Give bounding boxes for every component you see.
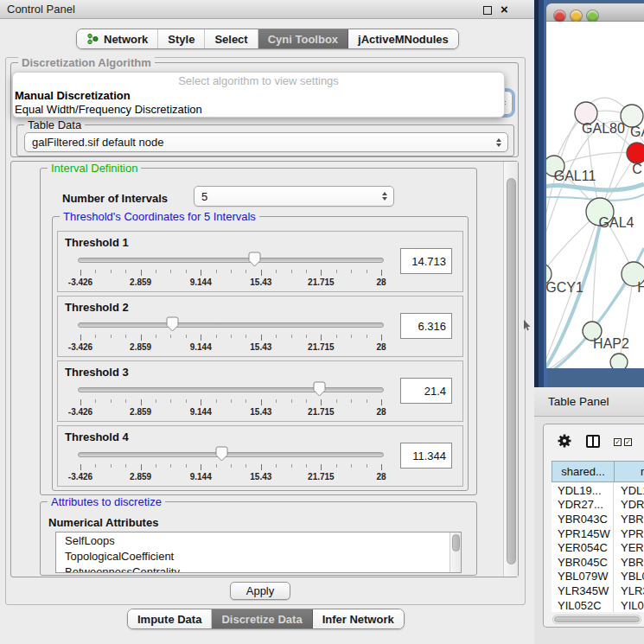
tab-label: Impute Data [137,613,201,626]
network-window-titlebar[interactable] [546,3,644,22]
attribute-item-selfloops[interactable]: SelfLoops [56,532,461,548]
number-of-intervals-select[interactable]: 5 [194,186,394,207]
tab-cyni-toolbox[interactable]: Cyni Toolbox [258,29,348,48]
attribute-item-topologicalcoefficient[interactable]: TopologicalCoefficient [56,548,461,564]
main-scrollbar[interactable] [503,162,518,577]
tab-impute-data[interactable]: Impute Data [128,609,211,628]
slider-track[interactable] [78,258,384,263]
slider-thumb[interactable] [215,446,228,464]
close-icon[interactable]: × [501,2,508,16]
attributes-scrollbar[interactable] [450,532,461,572]
tab-label: Discretize Data [221,613,302,626]
mac-zoom-icon[interactable] [587,10,598,22]
tick [186,335,187,338]
dropdown-hint: Select algorithm to view settings [13,74,504,89]
tick [336,270,337,273]
cell-shared-name: YIL052C [552,599,614,612]
tab-select[interactable]: Select [204,29,257,48]
table-row-ydr27-[interactable]: YDR27...YDR2 [552,498,644,513]
threshold-value-field[interactable]: 21.4 [400,378,452,404]
tick [306,399,307,403]
main-scrollbar-thumb[interactable] [507,178,516,564]
tick [95,270,96,273]
cell-shared-name: YDL19... [552,484,614,497]
threshold-panel-4: Threshold 4-3.4262.8599.14415.4321.71528… [57,425,463,487]
table-row-ylr345w[interactable]: YLR345WYLR3 [552,583,644,598]
column-header-name[interactable]: n... [614,461,644,482]
tick-label: 9.144 [190,277,212,287]
table-row-yil052c[interactable]: YIL052CYIL0 [552,598,644,613]
column-header-shared-name[interactable]: shared... [552,461,615,482]
tick-label: 15.43 [250,342,271,352]
table-row-ypr145w[interactable]: YPR145WYPR1 [552,526,644,541]
column-visibility-checkboxes-icon[interactable]: ✓✓ [614,438,632,446]
network-node-c[interactable] [627,143,644,163]
tick [291,464,292,468]
tick [381,464,382,470]
tick-label: -3.426 [68,472,92,481]
tick-label: 2.859 [130,472,151,481]
tick [261,464,262,470]
table-data-value: galFiltered.sif default node [32,136,163,149]
slider-thumb[interactable] [248,252,261,270]
threshold-label: Threshold 2 [65,301,129,314]
slider-track[interactable] [78,452,384,457]
bottom-tabs: Impute DataDiscretize DataInfer Network [127,609,405,629]
slider-track[interactable] [78,387,384,392]
tick [141,270,142,276]
mac-minimize-icon[interactable] [571,10,582,22]
number-of-intervals-label: Number of Intervals [62,192,168,205]
tick [201,399,201,405]
numerical-attributes-list: SelfLoopsTopologicalCoefficientBetweenne… [55,532,462,573]
threshold-value-field[interactable]: 14.713 [400,248,452,274]
combo-arrows-icon [382,192,387,201]
network-node[interactable] [610,354,628,368]
dropdown-options: Manual DiscretizationEqual Width/Frequen… [13,89,504,117]
tick [381,335,382,341]
dropdown-option-equal-width-frequency-discretization[interactable]: Equal Width/Frequency Discretization [13,103,504,117]
network-canvas[interactable]: GAL80GALCGAL11GAL4GCY1HHAP2 [546,22,644,368]
tick [80,399,81,405]
table-hscrollbar-thumb[interactable] [554,616,640,622]
tab-style[interactable]: Style [157,29,204,48]
mac-close-icon[interactable] [554,10,565,22]
tick [245,464,246,468]
attribute-item-betweennesscentrality[interactable]: BetweennessCentrality [56,564,461,573]
slider-track[interactable] [78,322,384,328]
tick [156,464,156,468]
tab-discretize-data[interactable]: Discretize Data [211,609,311,628]
threshold-value-field[interactable]: 11.344 [400,443,452,469]
cell-name: YLR3 [614,584,644,597]
attributes-scrollbar-thumb[interactable] [452,534,460,552]
tick [291,335,292,338]
gear-icon[interactable] [557,433,572,449]
tick [351,335,352,338]
cell-name: YER0 [614,541,644,554]
table-row-ybr043c[interactable]: YBR043CYBR0 [552,512,644,526]
table-row-ybl079w[interactable]: YBL079WYBL0 [552,570,644,584]
apply-button[interactable]: Apply [230,582,290,600]
slider-thumb[interactable] [313,381,326,399]
table-hscrollbar[interactable] [552,615,641,624]
float-window-icon[interactable] [483,6,492,15]
tick [291,270,292,273]
split-columns-icon[interactable] [586,435,600,448]
tab-jactivemnodules[interactable]: jActiveMNodules [348,29,458,48]
tick [95,464,96,468]
tab-infer-network[interactable]: Infer Network [312,609,404,628]
threshold-value-field[interactable]: 6.316 [400,313,452,339]
cell-name: YPR1 [614,527,644,540]
dropdown-option-manual-discretization[interactable]: Manual Discretization [13,89,504,103]
tick [245,335,246,338]
cell-name: YBR0 [614,513,644,526]
table-row-yer054c[interactable]: YER054CYER0 [552,540,644,555]
table-row-ybr045c[interactable]: YBR045CYBR0 [552,555,644,570]
tick-label: 21.715 [308,277,335,287]
tick-label: 9.144 [190,472,212,481]
slider-thumb[interactable] [166,316,179,335]
table-row-ydl19-[interactable]: YDL19...YDL1 [552,483,644,498]
table-data-group: Table Data galFiltered.sif default node [16,124,514,156]
threshold-label: Threshold 4 [65,430,129,443]
table-data-select[interactable]: galFiltered.sif default node [24,132,508,152]
tab-network[interactable]: Network [77,29,157,48]
